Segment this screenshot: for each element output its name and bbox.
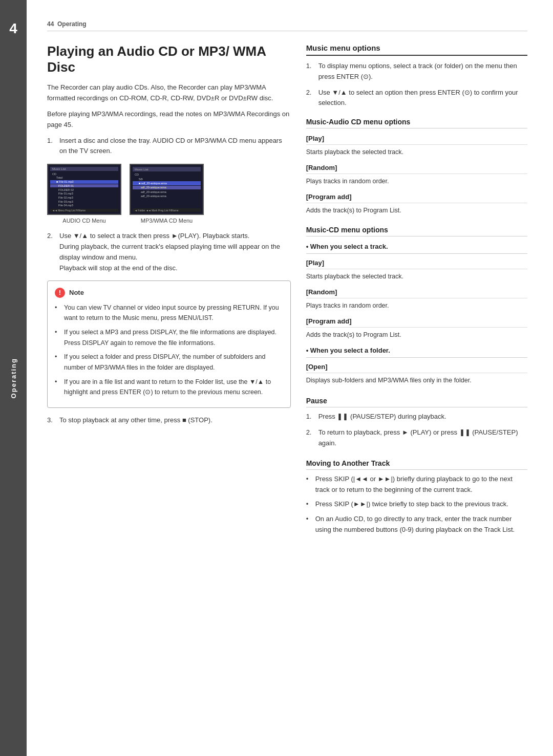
note-icon: ! [55,288,65,298]
moving-section: Moving to Another Track • Press SKIP (|◄… [306,459,527,535]
note-text-4: If you are in a file list and want to re… [64,377,283,398]
moving-bullet-2: • Press SKIP (►►|) twice briefly to step… [306,499,527,510]
cd-folder-open-label: [Open] [306,361,527,373]
chapter-number: 4 [9,20,17,37]
audio-cd-random-label: [Random] [306,162,527,174]
music-cd-heading: Music-CD menu options [306,226,527,236]
page-title: Playing an Audio CD or MP3/ WMA Disc [47,44,291,75]
pause-step-2-text: To return to playback, press ► (PLAY) or… [318,427,527,449]
intro-paragraph-1: The Recorder can play audio CDs. Also, t… [47,82,291,104]
screen-images: Music List CD Total: ■ File 01.mp3 FOLDE… [47,164,291,224]
note-bullet-2: • If you select a MP3 and press DISPLAY,… [55,327,283,348]
cd-track-play: [Play] Starts playback the selected trac… [306,257,527,283]
cd-track-random: [Random] Plays tracks in random order. [306,286,527,312]
step-2-text: Use ▼/▲ to select a track then press ►(P… [59,231,291,273]
moving-text-3: On an Audio CD, to go directly to any tr… [315,514,527,535]
page-number: 44 [47,20,54,28]
audio-cd-program-desc: Adds the track(s) to Program List. [306,204,527,217]
audio-cd-play-label: [Play] [306,133,527,145]
note-bullet-1: • You can view TV channel or video input… [55,303,283,323]
music-menu-step-2-text: Use ▼/▲ to select an option then press E… [318,88,527,109]
cd-track-random-label: [Random] [306,286,527,298]
audio-cd-option-random: [Random] Plays tracks in random order. [306,162,527,188]
step-3-text: To stop playback at any other time, pres… [59,415,212,426]
audio-cd-screen-box: Music List CD Total: ■ File 01.mp3 FOLDE… [47,164,121,224]
audio-cd-program-label: [Program add] [306,191,527,203]
note-bullet-3: • If you select a folder and press DISPL… [55,352,283,373]
pause-heading: Pause [306,397,527,407]
left-column: Playing an Audio CD or MP3/ WMA Disc The… [47,44,291,539]
step-3-num: 3. [47,415,55,426]
note-text-2: If you select a MP3 and press DISPLAY, t… [64,327,283,348]
cd-folder-open-desc: Displays sub-folders and MP3/WMA files o… [306,374,527,387]
note-text-1: You can view TV channel or video input s… [64,303,283,323]
step-1: 1. Insert a disc and close the tray. AUD… [47,136,291,157]
step-1-text: Insert a disc and close the tray. AUDIO … [59,136,291,157]
mp3-screen: Music List CD 5/9 ■ adf_20-antique.wma a… [130,164,204,215]
music-menu-step-1: 1. To display menu options, select a tra… [306,61,527,82]
cd-track-program: [Program add] Adds the track(s) to Progr… [306,315,527,341]
intro-paragraph-2: Before playing MP3/WMA recordings, read … [47,109,291,131]
chapter-label: Operating [10,358,17,398]
audio-cd-label: AUDIO CD Menu [62,218,105,224]
music-menu-step-1-text: To display menu options, select a track … [318,61,527,82]
moving-bullet-1: • Press SKIP (|◄◄ or ►►|) briefly during… [306,474,527,495]
audio-cd-option-play: [Play] Starts playback the selected trac… [306,133,527,159]
cd-track-play-label: [Play] [306,257,527,269]
pause-step-2-num: 2. [306,427,314,449]
pause-step-1: 1. Press ❚❚ (PAUSE/STEP) during playback… [306,412,527,422]
note-bullet-4: • If you are in a file list and want to … [55,377,283,398]
moving-bullet-3: • On an Audio CD, to go directly to any … [306,514,527,535]
cd-track-play-desc: Starts playback the selected track. [306,270,527,283]
note-box: ! Note • You can view TV channel or vide… [47,280,291,407]
music-menu-heading: Music menu options [306,44,527,56]
when-folder-label: • When you select a folder. [306,347,527,354]
chapter-name: Operating [57,20,87,28]
music-menu-step-1-num: 1. [306,61,314,82]
cd-track-program-desc: Adds the track(s) to Program List. [306,329,527,341]
right-column: Music menu options 1. To display menu op… [306,44,527,539]
music-cd-section: Music-CD menu options • When you select … [306,226,527,386]
music-audio-cd-section: Music-Audio CD menu options [Play] Start… [306,118,527,217]
moving-text-2: Press SKIP (►►|) twice briefly to step b… [315,499,508,510]
audio-cd-option-program: [Program add] Adds the track(s) to Progr… [306,191,527,217]
cd-track-program-label: [Program add] [306,315,527,328]
mp3-screen-box: Music List CD 5/9 ■ adf_20-antique.wma a… [130,164,204,224]
page-wrapper: 4 Operating 44 Operating Playing an Audi… [0,0,553,756]
note-title: Note [69,287,84,298]
audio-cd-screen: Music List CD Total: ■ File 01.mp3 FOLDE… [47,164,121,215]
audio-cd-random-desc: Plays tracks in random order. [306,175,527,188]
music-menu-options-section: Music menu options 1. To display menu op… [306,44,527,109]
note-text-3: If you select a folder and press DISPLAY… [64,352,283,373]
two-col-layout: Playing an Audio CD or MP3/ WMA Disc The… [47,44,527,539]
main-content: 44 Operating Playing an Audio CD or MP3/… [27,0,553,756]
moving-text-1: Press SKIP (|◄◄ or ►►|) briefly during p… [315,474,527,495]
pause-step-2: 2. To return to playback, press ► (PLAY)… [306,427,527,449]
music-menu-step-2: 2. Use ▼/▲ to select an option then pres… [306,88,527,109]
pause-step-1-text: Press ❚❚ (PAUSE/STEP) during playback. [318,412,446,422]
pause-step-1-num: 1. [306,412,314,422]
step-3: 3. To stop playback at any other time, p… [47,415,291,426]
music-audio-cd-heading: Music-Audio CD menu options [306,118,527,128]
side-tab: 4 Operating [0,0,27,756]
when-track-label: • When you select a track. [306,243,527,250]
moving-heading: Moving to Another Track [306,459,527,470]
mp3-label: MP3/WMA CD Menu [141,218,193,224]
pause-section: Pause 1. Press ❚❚ (PAUSE/STEP) during pl… [306,397,527,448]
page-header: 44 Operating [47,20,527,31]
step-1-num: 1. [47,136,55,157]
cd-folder-open: [Open] Displays sub-folders and MP3/WMA … [306,361,527,387]
step-2: 2. Use ▼/▲ to select a track then press … [47,231,291,273]
music-menu-step-2-num: 2. [306,88,314,109]
cd-track-random-desc: Plays tracks in random order. [306,299,527,312]
step-2-num: 2. [47,231,55,273]
note-header: ! Note [55,287,283,298]
audio-cd-play-desc: Starts playback the selected track. [306,146,527,159]
